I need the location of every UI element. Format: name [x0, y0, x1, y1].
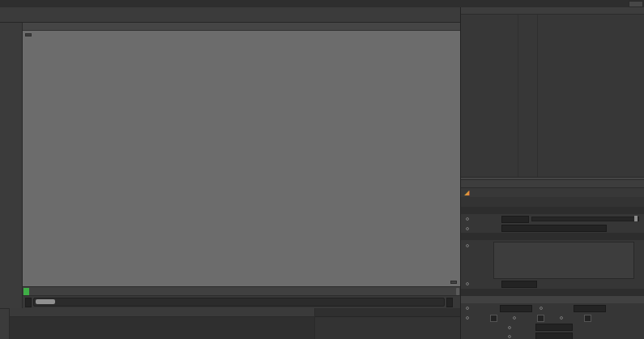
anim-dot-icon[interactable]	[508, 335, 511, 338]
viewport-canvas[interactable]	[23, 31, 460, 286]
layout-dropdown[interactable]	[629, 1, 643, 7]
coordinates-manager	[314, 308, 460, 339]
materials-empty-area[interactable]	[10, 317, 314, 338]
right-panel: ◢	[460, 6, 644, 339]
selection-field[interactable]	[501, 225, 607, 232]
mode-toolbar	[0, 23, 23, 308]
layout-switcher	[626, 1, 644, 7]
sy-field[interactable]	[535, 333, 573, 339]
strength-row	[461, 214, 644, 224]
position-checkbox[interactable]	[490, 315, 497, 322]
attribute-manager: ◢	[461, 180, 644, 339]
main-menubar	[0, 0, 644, 7]
object-manager	[461, 6, 644, 177]
spline-graph[interactable]	[493, 242, 634, 279]
anim-dot-icon[interactable]	[466, 316, 469, 320]
transform-mode-row	[461, 303, 644, 313]
spline-row	[461, 240, 644, 279]
anim-dot-icon[interactable]	[508, 326, 511, 329]
scale-checkbox[interactable]	[537, 315, 544, 322]
materials-menubar	[10, 308, 314, 317]
timeline-playhead[interactable]	[23, 288, 29, 295]
attribute-title-row: ◢	[461, 188, 644, 197]
range-end-field[interactable]	[446, 298, 453, 307]
anim-dot-icon[interactable]	[560, 316, 563, 320]
timeline-ruler[interactable]	[23, 286, 460, 295]
viewport-menubar	[23, 23, 460, 31]
sy-row	[461, 332, 644, 339]
sx-row	[461, 323, 644, 332]
section-transform[interactable]	[461, 296, 644, 303]
selection-row	[461, 224, 644, 233]
cinema4d-window: ◢	[0, 0, 644, 339]
section-minmax[interactable]	[461, 233, 644, 240]
step-gap-field[interactable]	[501, 281, 537, 288]
object-manager-menubar	[461, 6, 644, 15]
materials-manager	[10, 308, 314, 339]
perspective-viewport[interactable]	[23, 23, 460, 286]
section-parameter[interactable]	[461, 289, 644, 296]
anim-dot-icon[interactable]	[466, 227, 469, 230]
preview-range-slider[interactable]	[33, 298, 445, 307]
anim-dot-icon[interactable]	[513, 316, 516, 320]
coordinates-header	[315, 308, 460, 317]
anim-dot-icon[interactable]	[466, 217, 469, 221]
anim-dot-icon[interactable]	[466, 244, 469, 247]
attribute-tabs	[461, 197, 644, 207]
timeline-end-label	[456, 288, 459, 295]
anim-dot-icon[interactable]	[466, 307, 469, 310]
animation-toolbar	[23, 295, 460, 308]
section-effector[interactable]	[461, 207, 644, 214]
anim-dot-icon[interactable]	[540, 307, 543, 310]
transform-space-select[interactable]	[574, 305, 606, 312]
main-toolbar	[0, 7, 460, 23]
view-label[interactable]	[25, 33, 32, 36]
materials-side-strip	[0, 308, 10, 339]
range-handle[interactable]	[36, 299, 55, 304]
grid-spacing-label	[450, 281, 457, 284]
anim-dot-icon[interactable]	[466, 282, 469, 285]
step-effector-icon: ◢	[464, 189, 469, 196]
step-gap-row	[461, 279, 644, 289]
object-tree[interactable]	[461, 15, 644, 177]
transform-mode-select[interactable]	[500, 305, 532, 312]
psr-checkbox-row	[461, 313, 644, 323]
attributes-menubar	[461, 180, 644, 188]
current-frame-field[interactable]	[25, 298, 32, 307]
rotation-checkbox[interactable]	[584, 315, 591, 322]
strength-field[interactable]	[501, 216, 529, 223]
strength-slider[interactable]	[531, 217, 639, 221]
sx-field[interactable]	[535, 324, 573, 331]
